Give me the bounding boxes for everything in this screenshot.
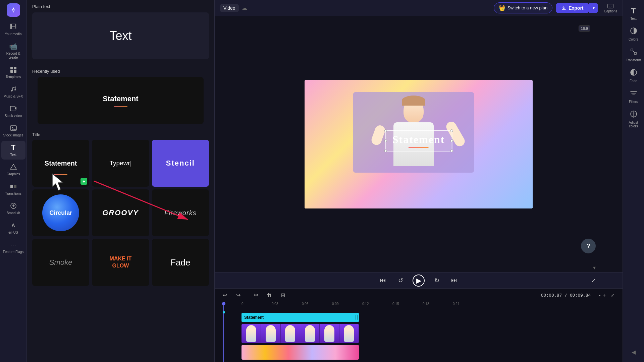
- delete-button[interactable]: 🗑: [265, 291, 274, 300]
- sidebar-item-stock-images[interactable]: Stock images: [1, 121, 25, 140]
- sidebar-item-feature-flags[interactable]: ⋯ Feature Flags: [1, 238, 25, 257]
- playhead-line: [223, 302, 224, 362]
- track-right-handle[interactable]: [356, 315, 358, 320]
- handle-ml[interactable]: [384, 139, 387, 142]
- handle-line-1: [356, 315, 356, 320]
- handle-br[interactable]: [450, 149, 453, 152]
- canvas-frame[interactable]: Statement: [305, 80, 533, 208]
- recent-statement-card[interactable]: Statement: [38, 77, 204, 124]
- statement-selection-box: Statement: [385, 130, 452, 152]
- fast-forward-button[interactable]: ↻: [431, 275, 442, 286]
- hair: [402, 96, 425, 106]
- handle-bl[interactable]: [384, 149, 387, 152]
- video-track[interactable]: [241, 324, 359, 343]
- captions-label: Captions: [604, 9, 617, 13]
- captions-icon[interactable]: [607, 3, 614, 9]
- export-button-group: Export ▾: [556, 3, 598, 13]
- title-card-fireworks[interactable]: Fireworks: [152, 189, 209, 236]
- undo-button[interactable]: ↩: [220, 291, 229, 300]
- title-card-stencil[interactable]: Stencil: [152, 140, 209, 187]
- title-card-groovy[interactable]: GROOVY: [92, 189, 149, 236]
- bg-track[interactable]: [241, 345, 359, 360]
- video-tab[interactable]: Video: [220, 4, 239, 12]
- help-button[interactable]: ?: [581, 239, 596, 253]
- title-card-statement[interactable]: Statement +: [32, 140, 89, 187]
- feature-flags-icon: ⋯: [9, 241, 17, 249]
- redo-button[interactable]: ↪: [233, 291, 243, 300]
- title-card-smoke[interactable]: Smoke: [32, 239, 89, 286]
- plan-btn-label: Switch to a new plan: [507, 5, 547, 10]
- brand-kit-icon: [9, 202, 17, 210]
- sidebar-item-graphics[interactable]: Graphics: [1, 160, 25, 179]
- right-item-adjust-colors[interactable]: Adjust colors: [624, 108, 643, 131]
- right-item-filters[interactable]: Filters: [624, 87, 643, 106]
- handle-tl[interactable]: [384, 129, 387, 132]
- sidebar-label-music-sfx: Music & SFX: [4, 95, 23, 99]
- music-sfx-icon: [9, 85, 17, 93]
- your-media-icon: 🎞: [9, 23, 17, 31]
- ruler-mark-0: 0: [241, 302, 244, 306]
- rewind-button[interactable]: ↺: [395, 275, 406, 286]
- switch-plan-button[interactable]: 👑 Switch to a new plan: [494, 2, 552, 13]
- handle-mr[interactable]: [450, 139, 453, 142]
- transitions-icon: [9, 182, 17, 190]
- plain-text-card[interactable]: Text: [32, 12, 209, 59]
- sidebar-label-en-us: en-US: [8, 231, 18, 235]
- title-card-typewriter[interactable]: Typewr|: [92, 140, 149, 187]
- sidebar-item-stock-video[interactable]: Stock video: [1, 102, 25, 121]
- right-sidebar-collapse[interactable]: ◀: [624, 346, 643, 358]
- sidebar-label-transitions: Transitions: [5, 192, 21, 196]
- title-section-header: Title: [27, 129, 214, 140]
- toolbar-divider: [247, 292, 247, 299]
- duplicate-button[interactable]: ⊞: [278, 291, 287, 300]
- sidebar-item-text[interactable]: T Text: [1, 141, 25, 160]
- playback-controls: ⏮ ↺ ▶ ↻ ⏭ ⤢: [215, 272, 623, 288]
- help-label: ?: [587, 243, 590, 250]
- text-track[interactable]: Statement: [241, 313, 359, 322]
- statement-underline: [114, 106, 127, 107]
- sidebar-item-en-us[interactable]: A en-US: [1, 219, 25, 237]
- fit-timeline-button[interactable]: ⤢: [608, 291, 617, 300]
- frame-6: [339, 324, 359, 343]
- canvas-background: Statement: [305, 80, 533, 208]
- sidebar-item-brand-kit[interactable]: Brand kit: [1, 199, 25, 218]
- title-card-circular[interactable]: Circular: [32, 189, 89, 236]
- sidebar-item-record-create[interactable]: 📹 Record &create: [1, 40, 25, 62]
- zoom-out-button[interactable]: -: [599, 292, 600, 298]
- zoom-in-button[interactable]: +: [603, 292, 606, 298]
- fullscreen-button[interactable]: ⤢: [591, 277, 596, 284]
- circular-text: Circular: [49, 209, 72, 217]
- collapse-right-button[interactable]: ◀: [624, 346, 643, 358]
- right-item-colors[interactable]: Colors: [624, 24, 643, 44]
- sidebar-item-transitions[interactable]: Transitions: [1, 180, 25, 198]
- sidebar-item-music-sfx[interactable]: Music & SFX: [1, 82, 25, 101]
- export-button[interactable]: Export: [556, 3, 589, 13]
- head: [404, 99, 424, 122]
- skip-forward-button[interactable]: ⏭: [449, 275, 460, 286]
- right-item-transform[interactable]: Transform: [624, 45, 643, 65]
- skip-back-button[interactable]: ⏮: [378, 275, 388, 286]
- tc-glow-text: MAKE ITGLOW: [110, 255, 132, 269]
- expand-timeline-button[interactable]: ▾: [593, 264, 596, 271]
- title-card-fade[interactable]: Fade: [152, 239, 209, 286]
- cut-button[interactable]: ✂: [251, 291, 261, 300]
- timeline-content: 0 0:03 0:06 0:09 0:12 0:15 0:18 0:21: [215, 302, 623, 362]
- title-cards-grid: Statement + Typewr| Stencil: [27, 140, 214, 286]
- right-item-text[interactable]: T Text: [624, 4, 643, 23]
- handle-tr[interactable]: [450, 129, 453, 132]
- right-item-fade[interactable]: Fade: [624, 66, 643, 85]
- title-card-glow[interactable]: MAKE ITGLOW: [92, 239, 149, 286]
- sidebar-item-your-media[interactable]: 🎞 Your media: [1, 20, 25, 39]
- canvas-statement-text: Statement: [392, 133, 445, 146]
- svg-point-8: [12, 127, 13, 128]
- chevron-left-icon: ◀: [632, 349, 636, 355]
- svg-point-4: [11, 90, 12, 92]
- sidebar-item-templates[interactable]: Templates: [1, 63, 25, 82]
- sidebar-label-stock-video: Stock video: [5, 114, 22, 118]
- svg-rect-2: [10, 70, 13, 73]
- app-logo[interactable]: [7, 3, 20, 17]
- export-dropdown-button[interactable]: ▾: [589, 3, 598, 13]
- ruler-mark-15: 0:15: [392, 302, 399, 306]
- play-button[interactable]: ▶: [413, 275, 425, 287]
- frame-3: [281, 324, 300, 343]
